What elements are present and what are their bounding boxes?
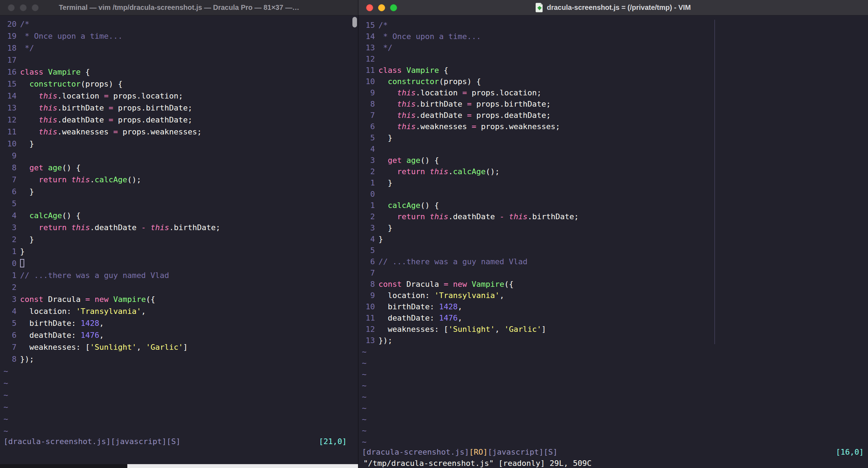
close-button[interactable] xyxy=(8,4,15,11)
code-line[interactable]: 5 } xyxy=(358,132,868,144)
code-line[interactable]: 4 location: 'Transylvania', xyxy=(0,305,358,317)
code-line[interactable]: 8 get age() { xyxy=(0,162,358,174)
code-line[interactable]: 13 */ xyxy=(358,42,868,53)
code-text: get age() { xyxy=(20,163,81,172)
code-line[interactable]: 18 */ xyxy=(0,42,358,54)
code-line[interactable]: 6 deathDate: 1476, xyxy=(0,329,358,341)
macvim-window: dracula-screenshot.js = (/private/tmp) -… xyxy=(358,0,868,468)
tilde-line: ~ xyxy=(358,425,868,436)
code-token: props.birthDate; xyxy=(472,100,551,108)
code-token: new xyxy=(453,280,467,289)
code-token: this xyxy=(39,91,57,100)
code-line[interactable]: 3 return this.deathDate - this.birthDate… xyxy=(0,222,358,234)
code-line[interactable]: 5 xyxy=(358,245,868,256)
code-line[interactable]: 2 return this.deathDate - this.birthDate… xyxy=(358,211,868,222)
code-line[interactable]: 13 this.birthDate = props.birthDate; xyxy=(0,102,358,114)
code-line[interactable]: 7 return this.calcAge(); xyxy=(0,174,358,186)
tilde-marker: ~ xyxy=(4,426,8,435)
background-window-edge xyxy=(127,464,358,468)
code-line[interactable]: 8}); xyxy=(0,353,358,365)
code-line[interactable]: 4} xyxy=(358,234,868,245)
minimize-button[interactable] xyxy=(20,4,27,11)
code-line[interactable]: 11class Vampire { xyxy=(358,65,868,76)
code-text: * Once upon a time... xyxy=(378,32,481,41)
code-line[interactable]: 1} xyxy=(0,246,358,258)
close-button[interactable] xyxy=(366,4,373,11)
code-line[interactable]: 3 get age() { xyxy=(358,155,868,166)
code-line[interactable]: 8const Dracula = new Vampire({ xyxy=(358,279,868,290)
line-number: 13 xyxy=(365,335,375,346)
code-line[interactable]: 3 } xyxy=(358,222,868,234)
code-line[interactable]: 2 xyxy=(0,282,358,293)
tilde-line: ~ xyxy=(0,425,358,437)
code-line[interactable]: 10 } xyxy=(0,138,358,150)
code-token: return xyxy=(39,175,66,184)
cursor-position: [16,0] xyxy=(836,448,864,456)
code-line[interactable]: 17 xyxy=(0,54,358,66)
line-number: 11 xyxy=(7,126,17,138)
code-line[interactable]: 6// ...there was a guy named Vlad xyxy=(358,256,868,267)
tilde-line: ~ xyxy=(358,414,868,425)
editor-text-area[interactable]: 20/*19 * Once upon a time...18 */1716cla… xyxy=(0,18,358,437)
code-text: } xyxy=(20,247,25,256)
code-line[interactable]: 0 xyxy=(358,189,868,200)
code-token xyxy=(425,167,429,176)
code-line[interactable]: 11 this.weaknesses = props.weaknesses; xyxy=(0,126,358,138)
code-line[interactable]: 7 xyxy=(358,267,868,279)
macvim-titlebar[interactable]: dracula-screenshot.js = (/private/tmp) -… xyxy=(358,0,868,15)
code-token xyxy=(43,163,48,172)
code-line[interactable]: 9 location: 'Transylvania', xyxy=(358,290,868,301)
code-line[interactable]: 9 this.location = props.location; xyxy=(358,87,868,99)
code-line[interactable]: 16class Vampire { xyxy=(0,66,358,78)
zoom-button[interactable] xyxy=(390,4,397,11)
line-number: 7 xyxy=(7,341,17,353)
code-line[interactable]: 10 constructor(props) { xyxy=(358,76,868,87)
code-line[interactable]: 4 calcAge() { xyxy=(0,210,358,222)
line-number: 11 xyxy=(365,312,375,324)
code-line[interactable]: 9 xyxy=(0,150,358,162)
code-line[interactable]: 6 } xyxy=(0,186,358,198)
code-token: Vampire xyxy=(48,68,81,76)
code-line[interactable]: 2 return this.calcAge(); xyxy=(358,166,868,177)
code-line[interactable]: 20/* xyxy=(0,18,358,30)
code-line[interactable]: 8 this.birthDate = props.birthDate; xyxy=(358,99,868,110)
code-line[interactable]: 12 this.deathDate = props.deathDate; xyxy=(0,114,358,126)
code-line[interactable]: 12 xyxy=(358,53,868,65)
code-line[interactable]: 12 weaknesses: ['Sunlight', 'Garlic'] xyxy=(358,324,868,335)
code-line[interactable]: 6 this.weaknesses = props.weaknesses; xyxy=(358,121,868,132)
code-line[interactable]: 14 * Once upon a time... xyxy=(358,31,868,42)
code-line[interactable]: 3const Dracula = new Vampire({ xyxy=(0,293,358,305)
minimize-button[interactable] xyxy=(378,4,385,11)
code-text: this.weaknesses = props.weaknesses; xyxy=(378,122,560,131)
code-token xyxy=(90,295,95,304)
code-line[interactable]: 15 constructor(props) { xyxy=(0,78,358,90)
code-line[interactable]: 11 deathDate: 1476, xyxy=(358,312,868,324)
scrollbar-thumb[interactable] xyxy=(352,17,357,27)
code-line[interactable]: 1 calcAge() { xyxy=(358,200,868,211)
editor-text-area[interactable]: 15/*14 * Once upon a time...13 */1211cla… xyxy=(358,20,868,448)
code-line[interactable]: 0 xyxy=(0,258,358,270)
code-text: return this.calcAge(); xyxy=(20,175,141,184)
code-token: ] xyxy=(542,325,546,334)
code-line[interactable]: 19 * Once upon a time... xyxy=(0,30,358,42)
terminal-titlebar[interactable]: Terminal — vim /tmp/dracula-screenshot.j… xyxy=(0,0,358,15)
code-line[interactable]: 7 this.deathDate = props.deathDate; xyxy=(358,110,868,121)
code-line[interactable]: 5 xyxy=(0,198,358,210)
tilde-line: ~ xyxy=(358,380,868,391)
code-line[interactable]: 5 birthDate: 1428, xyxy=(0,317,358,329)
code-token: [dracula-screenshot.js] xyxy=(362,448,469,456)
code-line[interactable]: 7 weaknesses: ['Sunlight', 'Garlic'] xyxy=(0,341,358,353)
zoom-button[interactable] xyxy=(32,4,39,11)
code-line[interactable]: 2 } xyxy=(0,234,358,246)
code-line[interactable]: 1 } xyxy=(358,177,868,189)
line-number: 9 xyxy=(365,87,375,99)
code-token: .deathDate xyxy=(448,212,500,221)
code-line[interactable]: 1// ...there was a guy named Vlad xyxy=(0,270,358,282)
code-line[interactable]: 10 birthDate: 1428, xyxy=(358,301,868,312)
code-line[interactable]: 15/* xyxy=(358,20,868,31)
code-text: // ...there was a guy named Vlad xyxy=(20,271,169,280)
code-line[interactable]: 14 this.location = props.location; xyxy=(0,90,358,102)
code-line[interactable]: 13}); xyxy=(358,335,868,346)
line-number: 8 xyxy=(365,279,375,290)
code-line[interactable]: 4 xyxy=(358,144,868,155)
